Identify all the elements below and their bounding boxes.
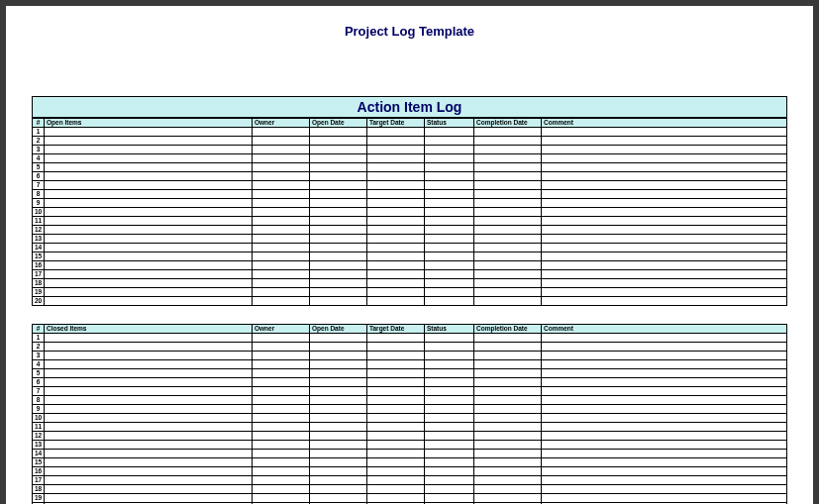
cell	[474, 467, 542, 476]
cell	[253, 396, 310, 405]
row-number: 8	[33, 396, 45, 405]
cell	[474, 432, 542, 441]
cell	[45, 190, 253, 199]
cell	[474, 270, 542, 279]
cell	[310, 235, 367, 244]
table-row: 11	[33, 217, 787, 226]
cell	[474, 154, 542, 163]
cell	[45, 244, 253, 252]
cell	[253, 485, 310, 494]
cell	[474, 343, 542, 352]
cell	[425, 450, 474, 458]
cell	[253, 270, 310, 279]
row-number: 3	[33, 146, 45, 154]
cell	[542, 226, 787, 235]
cell	[367, 441, 425, 450]
cell	[542, 181, 787, 190]
cell	[253, 423, 310, 432]
row-number: 8	[33, 190, 45, 199]
cell	[425, 154, 474, 163]
cell	[367, 297, 425, 306]
cell	[474, 208, 542, 217]
header-completion-date: Completion Date	[474, 325, 542, 334]
cell	[542, 360, 787, 369]
cell	[425, 387, 474, 396]
cell	[474, 450, 542, 458]
row-number: 1	[33, 334, 45, 343]
cell	[542, 352, 787, 360]
cell	[253, 261, 310, 270]
table-row: 1	[33, 128, 787, 137]
cell	[542, 297, 787, 306]
section-title-bar: Action Item Log	[32, 96, 787, 118]
cell	[425, 244, 474, 252]
cell	[542, 288, 787, 297]
cell	[425, 352, 474, 360]
cell	[367, 352, 425, 360]
cell	[45, 485, 253, 494]
cell	[474, 414, 542, 423]
cell	[253, 226, 310, 235]
cell	[367, 261, 425, 270]
cell	[425, 414, 474, 423]
cell	[45, 378, 253, 387]
cell	[310, 279, 367, 288]
row-number: 19	[33, 494, 45, 503]
cell	[425, 405, 474, 414]
cell	[542, 261, 787, 270]
cell	[425, 467, 474, 476]
cell	[425, 494, 474, 503]
cell	[253, 279, 310, 288]
row-number: 16	[33, 261, 45, 270]
cell	[425, 163, 474, 172]
table-row: 17	[33, 270, 787, 279]
row-number: 13	[33, 441, 45, 450]
cell	[45, 450, 253, 458]
cell	[310, 405, 367, 414]
cell	[45, 423, 253, 432]
cell	[542, 146, 787, 154]
cell	[474, 297, 542, 306]
cell	[367, 369, 425, 378]
cell	[542, 485, 787, 494]
cell	[45, 387, 253, 396]
cell	[310, 154, 367, 163]
open-items-table: # Open Items Owner Open Date Target Date…	[32, 118, 787, 306]
cell	[310, 467, 367, 476]
cell	[310, 343, 367, 352]
cell	[367, 270, 425, 279]
cell	[425, 288, 474, 297]
cell	[474, 199, 542, 208]
cell	[474, 235, 542, 244]
table-row: 12	[33, 432, 787, 441]
table-row: 13	[33, 235, 787, 244]
cell	[253, 154, 310, 163]
row-number: 18	[33, 279, 45, 288]
table-row: 6	[33, 172, 787, 181]
cell	[45, 476, 253, 485]
cell	[425, 279, 474, 288]
table-row: 8	[33, 190, 787, 199]
cell	[542, 154, 787, 163]
cell	[310, 369, 367, 378]
cell	[45, 261, 253, 270]
table-row: 16	[33, 261, 787, 270]
cell	[367, 137, 425, 146]
table-row: 12	[33, 226, 787, 235]
cell	[367, 244, 425, 252]
cell	[425, 261, 474, 270]
cell	[310, 226, 367, 235]
cell	[367, 217, 425, 226]
cell	[253, 190, 310, 199]
row-number: 9	[33, 405, 45, 414]
row-number: 3	[33, 352, 45, 360]
row-number: 14	[33, 450, 45, 458]
cell	[253, 387, 310, 396]
cell	[425, 334, 474, 343]
cell	[367, 252, 425, 261]
cell	[367, 154, 425, 163]
cell	[45, 369, 253, 378]
cell	[45, 334, 253, 343]
table-row: 9	[33, 199, 787, 208]
table-row: 8	[33, 396, 787, 405]
